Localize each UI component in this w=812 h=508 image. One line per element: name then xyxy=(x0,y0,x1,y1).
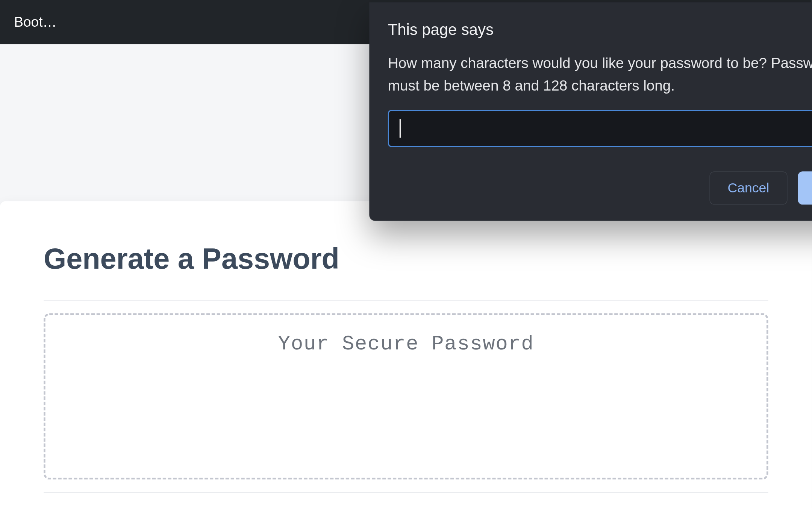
divider-top xyxy=(44,300,768,301)
dialog-title: This page says xyxy=(388,21,812,39)
navbar-title: Bootcamp xyxy=(14,14,58,30)
prompt-dialog: This page says How many characters would… xyxy=(369,2,812,221)
cancel-button[interactable]: Cancel xyxy=(710,171,788,204)
password-output-box: Your Secure Password xyxy=(44,313,768,479)
dialog-input[interactable] xyxy=(388,110,812,147)
page-title: Generate a Password xyxy=(44,242,768,276)
divider-bottom xyxy=(44,492,768,493)
dialog-message: How many characters would you like your … xyxy=(388,52,812,97)
password-card: Generate a Password Your Secure Password… xyxy=(0,201,812,508)
dialog-input-wrap xyxy=(388,110,812,147)
ok-button[interactable]: OK xyxy=(798,171,812,204)
text-caret xyxy=(400,119,401,138)
dialog-button-row: Cancel OK xyxy=(388,171,812,204)
password-placeholder: Your Secure Password xyxy=(69,333,744,356)
